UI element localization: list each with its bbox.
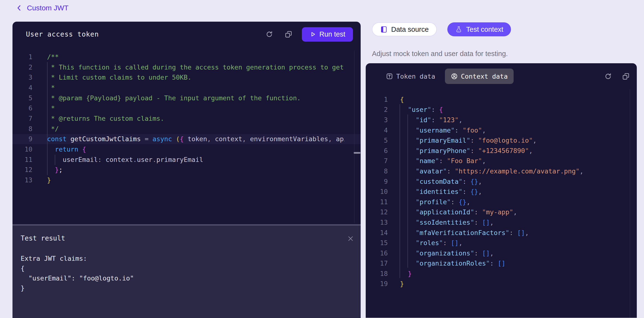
line-number: 7	[12, 115, 32, 122]
line-number: 16	[366, 249, 388, 257]
data-source-button[interactable]: Data source	[372, 22, 437, 36]
code-line: 2 "user": {	[366, 105, 637, 115]
code-text: "primaryEmail": "foo@logto.io",	[388, 137, 614, 144]
indent-guide	[55, 155, 55, 165]
line-number: 8	[366, 168, 388, 175]
code-text: "organizations": [],	[388, 249, 614, 257]
code-text: "mfaVerificationFactors": [],	[388, 229, 614, 236]
line-number: 3	[12, 74, 32, 81]
code-line: 13}	[12, 175, 361, 185]
code-text: };	[32, 166, 344, 174]
code-line: 12 "applicationId": "my-app",	[366, 207, 637, 217]
code-text: *	[32, 104, 344, 112]
code-text: /**	[32, 53, 344, 61]
code-line: 1{	[366, 94, 637, 105]
scrollbar-track[interactable]	[630, 89, 630, 318]
line-number: 1	[12, 53, 32, 61]
play-icon	[310, 31, 316, 38]
code-line: 15 "roles": [],	[366, 238, 637, 248]
line-number: 10	[366, 188, 388, 195]
code-line: 9 "customData": {},	[366, 176, 637, 187]
tab-token-data[interactable]: Token data	[380, 69, 441, 84]
tab-context-data[interactable]: Context data	[445, 69, 514, 84]
line-number: 17	[366, 260, 388, 267]
code-text: "avatar": "https://example.com/avatar.pn…	[388, 168, 614, 175]
description-text: Adjust mock token and user data for test…	[372, 50, 637, 58]
code-line: 4 *	[12, 83, 361, 93]
code-line: 3 * Limit custom claims to under 50KB.	[12, 72, 361, 83]
copy-icon	[622, 72, 630, 80]
json-editor[interactable]: 1{2 "user": {3 "id": "123",4 "username":…	[366, 89, 637, 318]
line-number: 2	[12, 64, 32, 71]
context-header: Token data Context data	[366, 63, 637, 89]
line-number: 6	[366, 147, 388, 154]
code-text: {	[388, 96, 614, 103]
main-columns: User access token Run test 1/**2 * This …	[12, 0, 637, 318]
code-text: * @param {Payload} payload - The input a…	[32, 94, 344, 102]
scrollbar-track[interactable]	[354, 51, 354, 223]
line-number: 14	[366, 229, 388, 236]
code-line: 4 "username": "foo",	[366, 125, 637, 135]
line-number: 6	[12, 104, 32, 112]
code-text: * Limit custom claims to under 50KB.	[32, 74, 344, 81]
scrollbar-cursor-marker	[354, 152, 360, 154]
context-refresh-button[interactable]	[604, 72, 612, 81]
code-line: 6 "primaryPhone": "+1234567890",	[366, 145, 637, 156]
code-text: "applicationId": "my-app",	[388, 208, 614, 216]
code-line: 12 };	[12, 165, 361, 175]
code-text: }	[32, 176, 344, 184]
line-number: 8	[12, 125, 32, 132]
code-text: return {	[32, 145, 344, 153]
editor-column: User access token Run test 1/**2 * This …	[12, 0, 361, 318]
line-number: 5	[12, 94, 32, 102]
line-number: 5	[366, 137, 388, 144]
test-result-content: Extra JWT claims: { "userEmail": "foo@lo…	[21, 254, 352, 293]
code-text: "ssoIdentities": [],	[388, 219, 614, 226]
context-copy-button[interactable]	[622, 72, 630, 81]
code-line: 14 "mfaVerificationFactors": [],	[366, 228, 637, 238]
code-line: 11 userEmail: context.user.primaryEmail	[12, 154, 361, 165]
line-number: 11	[366, 198, 388, 206]
line-number: 11	[12, 156, 32, 163]
line-number: 1	[366, 96, 388, 103]
refresh-icon	[265, 30, 273, 38]
code-line: 5 "primaryEmail": "foo@logto.io",	[366, 135, 637, 145]
code-line: 10 "identities": {},	[366, 187, 637, 197]
run-test-button[interactable]: Run test	[302, 27, 353, 42]
code-line: 7 "name": "Foo Bar",	[366, 156, 637, 166]
line-number: 9	[366, 178, 388, 185]
line-number: 12	[12, 166, 32, 174]
code-editor[interactable]: 1/**2 * This function is called during t…	[12, 47, 361, 224]
test-context-button[interactable]: Test context	[447, 22, 511, 36]
refresh-button[interactable]	[265, 30, 274, 39]
person-circle-icon	[451, 73, 458, 80]
indent-guide	[408, 114, 408, 268]
code-line: 13 "ssoIdentities": [],	[366, 217, 637, 228]
line-number: 18	[366, 270, 388, 277]
code-text: }	[388, 270, 614, 277]
code-text: "name": "Foo Bar",	[388, 157, 614, 165]
line-number: 19	[366, 280, 388, 287]
line-number: 12	[366, 208, 388, 216]
code-text: * This function is called during the acc…	[32, 64, 344, 71]
tab-token-data-label: Token data	[396, 73, 435, 80]
copy-button[interactable]	[284, 30, 293, 39]
code-line: 18 }	[366, 268, 637, 279]
copy-icon	[284, 30, 292, 38]
code-line: 19}	[366, 279, 637, 289]
context-column: Data source Test context Adjust mock tok…	[366, 0, 637, 318]
refresh-icon	[604, 72, 612, 80]
context-card: Token data Context data 1{2 "user":	[366, 63, 637, 318]
code-text: "organizationRoles": []	[388, 260, 614, 267]
indent-guide	[47, 62, 48, 175]
data-source-label: Data source	[391, 26, 428, 34]
code-text: }	[388, 280, 614, 287]
close-button[interactable]	[347, 235, 354, 242]
code-text: "user": {	[388, 106, 614, 113]
code-line: 3 "id": "123",	[366, 115, 637, 125]
code-line: 5 * @param {Payload} payload - The input…	[12, 93, 361, 103]
close-icon	[347, 235, 354, 242]
source-switch-row: Data source Test context	[366, 22, 637, 36]
code-text: "username": "foo",	[388, 126, 614, 134]
line-number: 13	[12, 176, 32, 184]
